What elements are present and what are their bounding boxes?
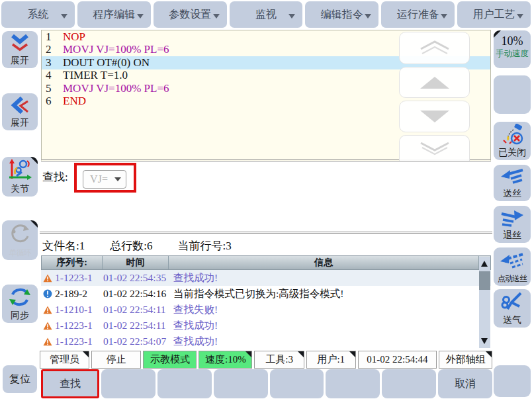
log-table-header: 序列号: 时间 信息 [41, 255, 491, 270]
scroll-up-icon[interactable] [481, 261, 488, 267]
function-key-empty[interactable] [270, 369, 324, 398]
page-up-button[interactable] [399, 32, 470, 64]
line-number: 4 [42, 69, 63, 82]
log-row[interactable]: 1-1223-1 01-02 22:54:07 查找成功! [41, 334, 491, 349]
find-button[interactable]: 查找 [41, 369, 99, 398]
menu-program-edit[interactable]: 程序编辑 [77, 1, 151, 28]
total-lines: 总行数:6 [110, 238, 152, 253]
function-key-empty[interactable] [382, 369, 436, 398]
page-down-button[interactable] [399, 135, 470, 161]
menu-monitor[interactable]: 监视 [230, 1, 303, 28]
line-text: TIMER T=1.0 [63, 69, 128, 82]
single-cycle-label: 单循环 [9, 249, 31, 260]
line-number: 3 [42, 56, 63, 69]
find-highlight-box: VJ= [74, 163, 136, 193]
log-serial: 1-1223-1 [55, 320, 93, 332]
menu-user-process[interactable]: 用户工艺 [457, 1, 531, 28]
joint-label: 关节 [11, 184, 29, 197]
log-row[interactable]: 1-1210-1 01-02 22:54:11 查找失败! [41, 302, 491, 318]
line-number: 6 [42, 95, 63, 108]
sync-button[interactable]: 同步 [2, 285, 38, 323]
status-tool[interactable]: 工具:3 [254, 351, 304, 369]
torch-state-label: 已关闭 [498, 148, 526, 160]
function-key-empty[interactable] [214, 369, 268, 398]
jog-wire-feed-button[interactable]: 点动送丝 [494, 247, 531, 286]
double-chevron-down-icon [9, 34, 31, 52]
menu-label: 用户工艺 [473, 8, 515, 22]
log-serial: 1-1210-1 [55, 304, 93, 316]
line-text: MOVJ VJ=100% PL=6 [63, 82, 169, 95]
wire-retract-button[interactable]: 退丝 [494, 206, 531, 243]
menu-run-prepare[interactable]: 运行准备 [381, 1, 455, 28]
log-message: 查找成功! [169, 271, 491, 285]
expand-left-button[interactable]: 展开 [2, 93, 38, 130]
status-mode[interactable]: 示教模式 [143, 351, 197, 369]
line-up-button[interactable] [399, 67, 470, 98]
line-text: END [63, 95, 86, 108]
status-axis-group[interactable]: 外部轴组 [439, 351, 492, 369]
expand-down-label: 展开 [11, 56, 29, 68]
menu-label: 运行准备 [397, 8, 439, 22]
log-row[interactable]: 2-189-2 01-02 22:54:16 当前指令模式已切换为:高级指令模式… [41, 286, 491, 302]
status-label: 示教模式 [150, 353, 190, 366]
gas-feed-button[interactable]: 送气 [494, 289, 531, 328]
teach-pendant-screen: 系统 程序编辑 参数设置 监视 编辑指令 运行准备 用户工艺 展开 展开 [0, 0, 532, 401]
line-text: DOUT OT#(0) ON [63, 56, 150, 69]
status-run-state[interactable]: 停止 [91, 351, 141, 369]
double-chevron-left-icon [9, 96, 30, 114]
log-row[interactable]: 1-1223-1 01-02 22:54:35 查找成功! [41, 270, 491, 286]
function-key-empty[interactable] [157, 369, 212, 398]
menu-edit-instruction[interactable]: 编辑指令 [305, 1, 378, 28]
torch-state-button[interactable]: 已关闭 [494, 122, 531, 160]
sync-icon [8, 286, 32, 308]
chevron-down-icon [365, 14, 371, 19]
status-label: 01-02 22:54:44 [367, 354, 427, 365]
empty-side-button[interactable] [494, 75, 531, 114]
log-time: 01-02 22:54:35 [102, 272, 169, 284]
status-datetime: 01-02 22:54:44 [358, 351, 437, 369]
chevron-down-icon [213, 14, 220, 19]
log-serial: 1-1223-1 [55, 335, 93, 347]
corner-marker-icon [30, 157, 38, 164]
cancel-button[interactable]: 取消 [438, 369, 492, 398]
function-key-empty-right[interactable] [494, 365, 531, 397]
warning-icon [43, 274, 52, 283]
line-down-button[interactable] [399, 101, 470, 132]
menu-label: 监视 [255, 8, 277, 22]
chevron-down-icon [441, 14, 447, 19]
gas-feed-label: 送气 [503, 315, 521, 328]
double-arrow-down-icon [414, 140, 455, 157]
expand-down-button[interactable]: 展开 [2, 31, 38, 68]
single-cycle-icon [9, 224, 31, 245]
cancel-button-label: 取消 [455, 377, 476, 391]
reset-button[interactable]: 复位 [3, 365, 37, 393]
joint-coordinate-button[interactable]: 关节 [2, 157, 38, 197]
sync-label: 同步 [11, 310, 29, 323]
log-message: 查找成功! [169, 319, 491, 333]
log-message: 查找成功! [169, 335, 491, 349]
status-user-role[interactable]: 管理员 [40, 351, 89, 369]
manual-speed-button[interactable]: 10% 手动速度 [494, 30, 531, 68]
menu-system[interactable]: 系统 [1, 1, 75, 28]
scroll-down-icon[interactable] [481, 338, 488, 344]
single-cycle-button[interactable]: 单循环 [2, 220, 38, 260]
function-key-empty[interactable] [326, 369, 380, 398]
wire-feed-button[interactable]: 送丝 [494, 165, 531, 201]
log-message: 查找失败! [169, 303, 491, 317]
jog-wire-feed-icon [500, 252, 525, 269]
chevron-down-icon [137, 14, 144, 19]
log-row[interactable]: 1-1223-1 01-02 22:54:11 查找成功! [41, 318, 491, 334]
status-user-frame[interactable]: 用户:1 [306, 351, 356, 369]
header-time: 时间 [103, 256, 169, 269]
warning-icon [43, 306, 52, 314]
menu-label: 参数设置 [169, 8, 211, 22]
wire-retract-icon [500, 208, 524, 227]
find-dropdown[interactable]: VJ= [83, 170, 126, 189]
function-key-empty[interactable] [101, 369, 155, 398]
file-info-bar: 文件名:1 总行数:6 当前行号:3 [41, 237, 491, 254]
log-scrollbar[interactable] [479, 257, 490, 348]
log-time: 01-02 22:54:11 [102, 320, 169, 332]
status-speed[interactable]: 速度:10% [199, 351, 252, 369]
menu-parameter-settings[interactable]: 参数设置 [154, 1, 227, 28]
scroll-thumb[interactable] [479, 271, 490, 290]
